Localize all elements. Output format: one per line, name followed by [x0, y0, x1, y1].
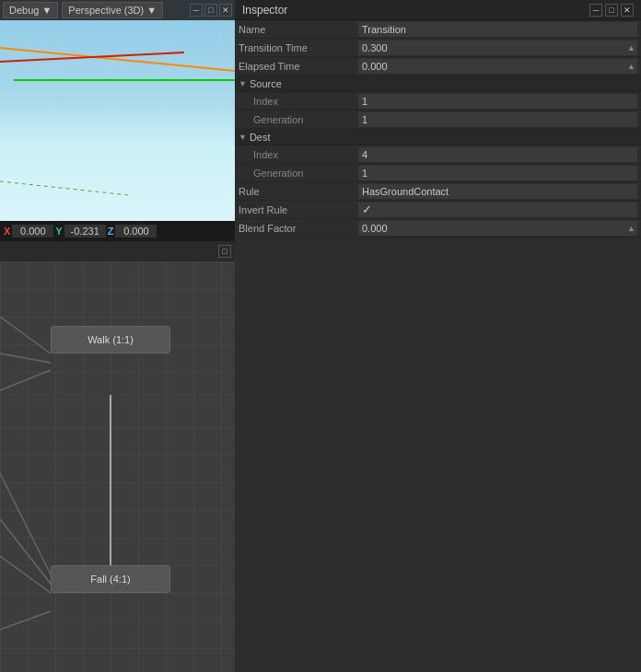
right-panel: Inspector ─ □ ✕ Name Transition Transiti…: [235, 0, 641, 672]
name-value[interactable]: Transition: [358, 22, 637, 37]
axis-z-input[interactable]: [115, 225, 157, 238]
dest-generation-value[interactable]: 1: [358, 166, 637, 180]
svg-line-12: [0, 353, 51, 363]
svg-line-10: [0, 181, 129, 195]
source-section-header[interactable]: ▼ Source: [235, 75, 641, 92]
transition-time-label: Transition Time: [239, 42, 358, 53]
axis-y-label: Y: [55, 226, 62, 237]
svg-line-8: [0, 52, 184, 62]
svg-line-11: [0, 317, 51, 353]
viewport: Debug ▼ Perspective (3D) ▼ ─ □ ✕: [0, 0, 235, 241]
axis-x-label: X: [4, 226, 10, 237]
source-index-label: Index: [239, 96, 358, 107]
svg-line-16: [0, 556, 51, 593]
blend-factor-arrow: ▲: [627, 224, 635, 233]
dest-index-value[interactable]: 4: [358, 147, 637, 162]
inspector-minimize-button[interactable]: ─: [589, 4, 602, 17]
invert-rule-value[interactable]: ✓: [358, 203, 637, 217]
inspector-title: Inspector: [242, 4, 589, 17]
invert-rule-row: Invert Rule ✓: [235, 201, 641, 219]
source-section-label: Source: [250, 78, 282, 89]
elapsed-time-row: Elapsed Time 0.000 ▲: [235, 57, 641, 75]
graph-content[interactable]: Walk (1:1) Fall (4:1): [0, 261, 235, 672]
viewport-close-button[interactable]: ✕: [219, 4, 232, 17]
transition-time-value[interactable]: 0.300 ▲: [358, 41, 637, 55]
svg-line-14: [0, 473, 51, 574]
viewport-drawing: [0, 20, 235, 219]
transition-time-arrow: ▲: [627, 43, 635, 52]
inspector-content: Name Transition Transition Time 0.300 ▲ …: [235, 20, 641, 672]
inspector-titlebar: Inspector ─ □ ✕: [235, 0, 641, 20]
dest-generation-label: Generation: [239, 168, 358, 179]
axis-x-input[interactable]: [12, 225, 53, 238]
elapsed-time-arrow: ▲: [627, 62, 635, 71]
svg-line-15: [0, 519, 51, 584]
walk-node[interactable]: Walk (1:1): [51, 326, 170, 353]
dest-section-label: Dest: [250, 132, 271, 143]
viewport-minimize-button[interactable]: ─: [190, 4, 203, 17]
viewport-maximize-button[interactable]: □: [204, 4, 217, 17]
source-generation-row: Generation 1: [235, 110, 641, 129]
transition-time-row: Transition Time 0.300 ▲: [235, 39, 641, 57]
dest-section-header[interactable]: ▼ Dest: [235, 129, 641, 145]
name-row: Name Transition: [235, 20, 641, 39]
rule-label: Rule: [239, 186, 358, 197]
perspective-button[interactable]: Perspective (3D) ▼: [62, 2, 163, 18]
graph-titlebar: □: [0, 241, 235, 261]
inspector-controls: ─ □ ✕: [589, 4, 634, 17]
inspector-maximize-button[interactable]: □: [605, 4, 618, 17]
source-index-value[interactable]: 1: [358, 94, 637, 109]
rule-row: Rule HasGroundContact: [235, 182, 641, 201]
graph-controls: □: [218, 245, 231, 258]
invert-rule-label: Invert Rule: [239, 204, 358, 215]
graph-panel: □ Walk (1:1): [0, 241, 235, 672]
inspector-close-button[interactable]: ✕: [621, 4, 634, 17]
source-index-row: Index 1: [235, 92, 641, 110]
rule-value[interactable]: HasGroundContact: [358, 184, 637, 199]
blend-factor-label: Blend Factor: [239, 223, 358, 234]
elapsed-time-value[interactable]: 0.000 ▲: [358, 59, 637, 74]
viewport-toolbar: Debug ▼ Perspective (3D) ▼ ─ □ ✕: [0, 0, 235, 20]
elapsed-time-label: Elapsed Time: [239, 61, 358, 72]
source-generation-value[interactable]: 1: [358, 112, 637, 127]
blend-factor-row: Blend Factor 0.000 ▲: [235, 219, 641, 238]
graph-maximize-button[interactable]: □: [218, 245, 231, 258]
graph-connections: [0, 261, 235, 672]
svg-line-13: [0, 370, 51, 390]
debug-button[interactable]: Debug ▼: [3, 2, 58, 18]
fall-node[interactable]: Fall (4:1): [51, 565, 170, 593]
dest-triangle-icon: ▼: [239, 133, 247, 142]
axis-bar: X Y Z: [0, 221, 235, 241]
source-triangle-icon: ▼: [239, 79, 247, 88]
axis-y-input[interactable]: [64, 225, 106, 238]
source-generation-label: Generation: [239, 114, 358, 125]
axis-z-label: Z: [108, 226, 114, 237]
dest-index-row: Index 4: [235, 145, 641, 164]
left-panel: Debug ▼ Perspective (3D) ▼ ─ □ ✕: [0, 0, 235, 672]
name-label: Name: [239, 24, 358, 35]
dest-index-label: Index: [239, 149, 358, 160]
blend-factor-value[interactable]: 0.000 ▲: [358, 221, 637, 236]
dest-generation-row: Generation 1: [235, 164, 641, 182]
svg-line-17: [0, 611, 51, 630]
